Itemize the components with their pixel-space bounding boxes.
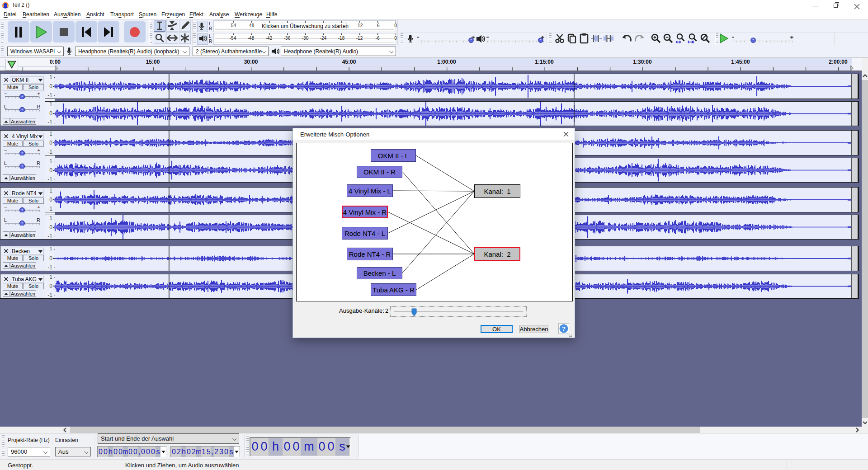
svg-text:?: ? [562, 325, 566, 332]
